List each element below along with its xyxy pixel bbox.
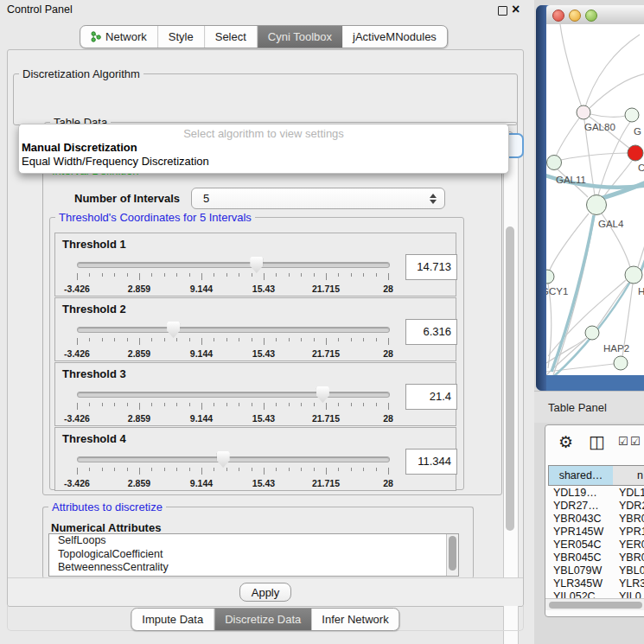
minimize-traffic-light[interactable] [569,10,581,22]
slider-tick [214,273,214,277]
slider-tick [139,338,140,345]
table-row[interactable]: YBR045CYBR0 [548,552,644,564]
vertical-scrollbar[interactable] [503,150,519,644]
table-row[interactable]: YER054CYER0 [548,539,644,552]
threshold-value-field[interactable]: 21.4 [405,384,457,410]
checkbox-icon[interactable]: ☑ [630,435,641,448]
network-node-gal4[interactable] [587,195,607,215]
slider-tick [363,273,364,277]
apply-button[interactable]: Apply [239,583,291,602]
tab-jactivemnodules[interactable]: jActiveMNodules [342,26,447,48]
network-node-hap2[interactable] [585,326,599,340]
slider-tick [114,273,115,277]
table-row[interactable]: YIL052CYIL0 [548,590,644,598]
network-node-h[interactable] [625,266,642,284]
numerical-attributes-heading: Numerical Attributes [51,521,161,534]
slider-tick [114,468,115,471]
table-cell-name: YLR3 [619,577,644,590]
table-row[interactable]: YLR345WYLR3 [548,577,644,590]
slider-tick [102,273,103,277]
slider-tick [289,468,290,471]
table-row[interactable]: YBL079WYBL0 [548,564,644,577]
slider-thumb[interactable] [167,322,180,338]
tab-impute-data[interactable]: Impute Data [131,609,214,630]
slider-track[interactable] [77,456,390,462]
slider-thumb[interactable] [250,257,263,273]
slider-track[interactable] [77,262,390,268]
vertical-scrollbar-thumb[interactable] [506,226,514,531]
slider-tick [252,273,252,277]
slider-tick [77,468,78,475]
slider-tick [351,273,352,277]
slider-tick [226,338,227,341]
float-window-icon[interactable] [498,6,507,16]
tab-discretize-data[interactable]: Discretize Data [214,609,311,630]
slider-thumb[interactable] [316,386,329,403]
combo-stepper-icon [430,194,437,204]
threshold-value-field[interactable]: 6.316 [405,319,457,345]
algorithm-option-equal-width-frequency-discretization[interactable]: Equal Width/Frequency Discretization [21,155,507,168]
algorithm-option-manual-discretization[interactable]: Manual Discretization [21,141,507,154]
network-node-c[interactable] [628,145,643,161]
slider-tick-label: 15.43 [252,478,275,488]
slider-tick [102,338,103,341]
threshold-slider[interactable]: -3.4262.8599.14415.4321.71528 [77,387,388,424]
settings-gear-icon[interactable]: ⚙ [558,432,573,452]
table-row[interactable]: YBR043CYBR0 [548,513,644,526]
threshold-slider[interactable]: -3.4262.8599.14415.4321.71528 [77,322,388,359]
list-item-topologicalcoefficient[interactable]: TopologicalCoefficient [49,548,458,562]
tab-network[interactable]: Network [80,26,158,48]
network-node-g[interactable] [625,108,639,122]
network-node-gal11[interactable] [547,156,562,170]
network-node-gal80[interactable] [577,105,590,119]
tab-cyni-toolbox[interactable]: Cyni Toolbox [258,26,342,48]
tab-style[interactable]: Style [158,26,205,48]
split-view-icon[interactable]: ◫ [589,431,605,452]
slider-thumb[interactable] [217,451,230,468]
column-header-name[interactable]: n… [613,465,644,486]
list-item-selfloops[interactable]: SelfLoops [49,534,458,548]
slider-tick [301,273,302,277]
threshold-value-field[interactable]: 14.713 [405,254,457,280]
slider-tick [363,403,364,406]
threshold-value-field[interactable]: 11.344 [405,449,457,475]
list-scrollbar[interactable] [446,534,458,576]
threshold-slider[interactable]: -3.4262.8599.14415.4321.71528 [77,452,388,488]
network-node-gcy1[interactable] [546,270,554,284]
slider-tick [89,338,90,341]
table-row[interactable]: YPR145WYPR1 [548,526,644,539]
column-header-shared-name[interactable]: shared… [548,465,614,486]
slider-tick [264,403,265,410]
slider-tick [77,403,78,410]
slider-track[interactable] [77,327,390,333]
zoom-traffic-light[interactable] [585,10,597,22]
horizontal-scrollbar[interactable] [545,598,644,610]
numerical-attributes-list[interactable]: SelfLoopsTopologicalCoefficientBetweenne… [48,533,459,577]
network-node[interactable] [614,356,628,370]
list-scrollbar-thumb[interactable] [449,536,456,571]
network-window-titlebar[interactable] [546,5,644,25]
slider-tick [127,273,128,277]
slider-tick [388,338,389,345]
slider-tick-label: 9.144 [190,478,213,488]
network-edge [561,153,628,160]
slider-tick [326,403,327,410]
table-panel-title: Table Panel [548,401,607,414]
tab-select[interactable]: Select [205,26,258,48]
slider-tick-label: 2.859 [128,348,150,359]
table-row[interactable]: YDL19…YDL1 [548,487,644,500]
checkbox-icon[interactable]: ☑ [618,435,628,448]
horizontal-scrollbar-thumb[interactable] [549,602,642,609]
slider-track[interactable] [77,392,390,398]
list-item-betweennesscentrality[interactable]: BetweennessCentrality [49,561,458,575]
num-intervals-combobox[interactable]: 5 [191,188,445,209]
network-canvas[interactable]: GAL80GCGAL11GAL4GCY1HHAP2 [546,24,644,375]
slider-tick-label: -3.426 [64,348,90,359]
threshold-slider[interactable]: -3.4262.8599.14415.4321.71528 [77,258,388,294]
close-traffic-light[interactable] [552,10,564,22]
table-row[interactable]: YDR27…YDR2 [548,500,644,513]
tab-infer-network[interactable]: Infer Network [311,609,399,630]
slider-tick [338,468,339,471]
close-icon[interactable]: × [512,0,520,19]
slider-tick [289,273,290,277]
